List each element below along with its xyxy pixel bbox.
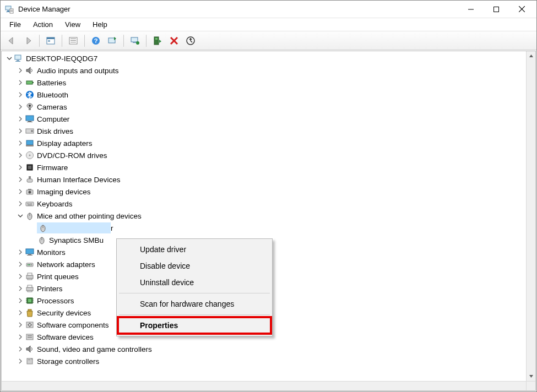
svg-rect-55 (27, 203, 28, 204)
svg-rect-75 (28, 279, 32, 280)
update-driver-button[interactable] (150, 34, 165, 48)
context-menu: Update driver Disable device Uninstall d… (116, 238, 273, 336)
caret-right-icon[interactable] (16, 308, 25, 317)
tree-category[interactable]: Mice and other pointing devices (2, 210, 526, 222)
scan-hardware-button[interactable] (105, 34, 120, 48)
scan-button[interactable] (183, 34, 198, 48)
category-icon (25, 211, 35, 221)
caret-right-icon[interactable] (16, 320, 25, 329)
caret-right-icon[interactable] (16, 175, 25, 184)
toolbar-separator (146, 35, 147, 47)
caret-right-icon[interactable] (16, 115, 25, 123)
remote-computer-button[interactable] (127, 34, 143, 48)
category-icon (25, 199, 35, 209)
tree-root[interactable]: DESKTOP-IEQQDG7 (2, 52, 526, 64)
svg-rect-44 (26, 145, 34, 146)
caret-right-icon[interactable] (16, 272, 25, 281)
scroll-up-icon[interactable] (527, 51, 535, 61)
tree-category-label: Display adapters (37, 139, 93, 148)
tree-category[interactable]: Audio inputs and outputs (2, 64, 526, 77)
properties-button[interactable] (66, 34, 81, 48)
svg-rect-25 (155, 38, 158, 40)
svg-line-9 (519, 6, 525, 12)
horizontal-scrollbar[interactable] (2, 381, 526, 390)
caret-right-icon[interactable] (16, 260, 25, 269)
svg-rect-17 (70, 42, 76, 42)
svg-rect-91 (28, 335, 32, 336)
caret-right-icon[interactable] (16, 296, 25, 305)
help-button[interactable]: ? (88, 34, 104, 48)
context-scan-hardware[interactable]: Scan for hardware changes (118, 296, 271, 312)
tree-category[interactable]: Imaging devices (2, 186, 526, 198)
tree-device-label-tail: r (111, 224, 113, 232)
svg-point-46 (29, 155, 31, 156)
context-uninstall-device[interactable]: Uninstall device (118, 274, 271, 291)
caret-right-icon[interactable] (16, 102, 25, 111)
tree-device-selected[interactable]: r (2, 222, 526, 234)
tree-category[interactable]: Disk drives (2, 125, 526, 137)
svg-rect-50 (29, 176, 31, 179)
device-tree[interactable]: DESKTOP-IEQQDG7 Audio inputs and outputs… (2, 51, 535, 390)
context-disable-device[interactable]: Disable device (118, 258, 271, 274)
menu-file[interactable]: File (4, 19, 26, 30)
back-button[interactable] (4, 34, 19, 48)
category-icon (25, 344, 35, 354)
tree-category[interactable]: Storage controllers (2, 355, 526, 367)
svg-rect-80 (28, 299, 31, 302)
forward-button[interactable] (20, 34, 36, 48)
caret-right-icon[interactable] (16, 78, 25, 87)
caret-right-icon[interactable] (16, 163, 25, 172)
tree-category[interactable]: Human Interface Devices (2, 173, 526, 186)
svg-rect-38 (26, 116, 34, 121)
tree-category[interactable]: Keyboards (2, 198, 526, 210)
menu-view[interactable]: View (59, 19, 86, 30)
caret-right-icon[interactable] (16, 151, 25, 160)
caret-right-icon[interactable] (16, 333, 25, 341)
tree-category[interactable]: Cameras (2, 101, 526, 113)
menu-action[interactable]: Action (28, 19, 58, 30)
tree-category[interactable]: Sound, video and game controllers (2, 343, 526, 355)
scroll-down-icon[interactable] (527, 372, 535, 381)
tree-category[interactable]: DVD/CD-ROM drives (2, 149, 526, 161)
tree-category[interactable]: Firmware (2, 161, 526, 173)
close-button[interactable] (509, 1, 534, 18)
toolbar-separator (123, 35, 124, 47)
svg-rect-12 (48, 40, 50, 41)
tree-category-label: DVD/CD-ROM drives (37, 151, 107, 160)
vertical-scrollbar[interactable] (526, 51, 535, 381)
tree-category-label: Print queues (37, 273, 79, 281)
category-icon (25, 332, 35, 342)
svg-rect-68 (27, 255, 32, 255)
tree-category[interactable]: Display adapters (2, 137, 526, 149)
tree-category[interactable]: Batteries (2, 77, 526, 89)
uninstall-button[interactable] (166, 34, 182, 48)
caret-right-icon[interactable] (16, 66, 25, 75)
show-hide-tree-button[interactable] (43, 34, 58, 48)
caret-right-icon[interactable] (16, 139, 25, 148)
caret-right-icon[interactable] (16, 345, 25, 353)
caret-right-icon[interactable] (16, 284, 25, 293)
toolbar: ? (1, 31, 536, 50)
caret-right-icon[interactable] (16, 357, 25, 366)
caret-down-icon[interactable] (5, 54, 14, 63)
caret-right-icon[interactable] (16, 199, 25, 208)
context-properties[interactable]: Properties (118, 317, 271, 334)
svg-rect-71 (29, 264, 30, 265)
mouse-icon (38, 223, 48, 233)
svg-text:?: ? (94, 37, 98, 44)
maximize-button[interactable] (484, 1, 509, 18)
caret-right-icon[interactable] (16, 187, 25, 196)
minimize-button[interactable] (458, 1, 484, 18)
tree-category-label: Keyboards (37, 200, 73, 208)
tree-category[interactable]: Bluetooth (2, 89, 526, 101)
context-update-driver[interactable]: Update driver (118, 241, 271, 258)
caret-right-icon[interactable] (16, 90, 25, 99)
svg-rect-59 (28, 205, 32, 206)
caret-right-icon[interactable] (16, 248, 25, 257)
caret-right-icon[interactable] (16, 127, 25, 135)
category-icon (25, 102, 35, 112)
menu-help[interactable]: Help (87, 19, 113, 30)
tree-category[interactable]: Computer (2, 113, 526, 125)
caret-down-icon[interactable] (16, 211, 25, 220)
svg-line-8 (519, 6, 525, 12)
